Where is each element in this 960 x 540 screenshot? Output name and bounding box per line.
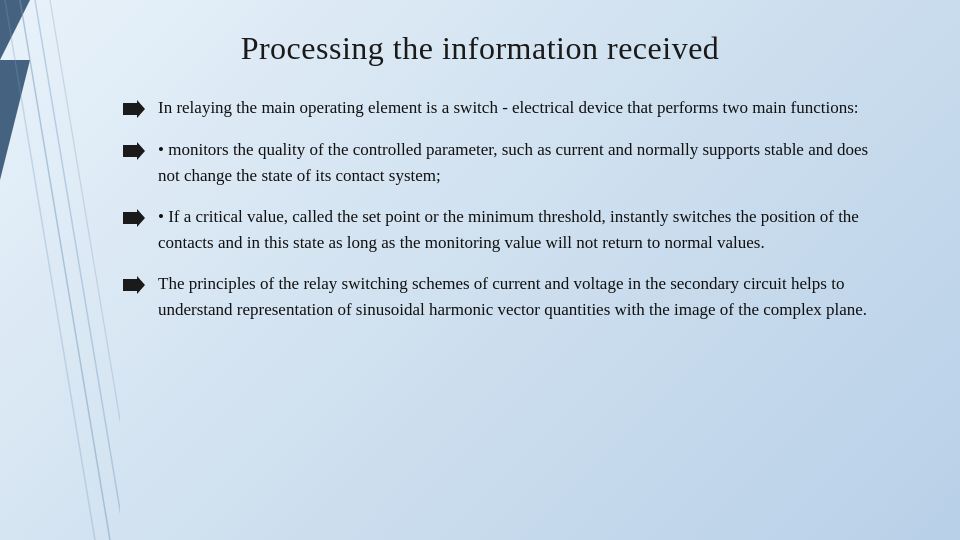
slide-title: Processing the information received	[80, 30, 880, 67]
arrow-icon	[120, 139, 148, 163]
svg-line-4	[50, 0, 120, 540]
bullet-text-3: • If a critical value, called the set po…	[158, 204, 880, 255]
svg-marker-0	[0, 0, 30, 60]
bullet-text-4: The principles of the relay switching sc…	[158, 271, 880, 322]
svg-line-5	[5, 0, 95, 540]
svg-line-3	[35, 0, 120, 540]
list-item: • monitors the quality of the controlled…	[120, 137, 880, 188]
slide: Processing the information received In r…	[0, 0, 960, 540]
svg-marker-9	[123, 276, 145, 294]
list-item: In relaying the main operating element i…	[120, 95, 880, 121]
svg-line-2	[20, 0, 110, 540]
arrow-icon	[120, 273, 148, 297]
bullet-text-1: In relaying the main operating element i…	[158, 95, 859, 121]
svg-marker-6	[123, 100, 145, 118]
list-item: • If a critical value, called the set po…	[120, 204, 880, 255]
arrow-icon	[120, 206, 148, 230]
arrow-icon	[120, 97, 148, 121]
svg-marker-7	[123, 142, 145, 160]
svg-marker-8	[123, 209, 145, 227]
svg-marker-1	[0, 60, 30, 180]
list-item: The principles of the relay switching sc…	[120, 271, 880, 322]
bullet-text-2: • monitors the quality of the controlled…	[158, 137, 880, 188]
decorative-lines	[0, 0, 120, 540]
bullet-list: In relaying the main operating element i…	[120, 95, 880, 322]
